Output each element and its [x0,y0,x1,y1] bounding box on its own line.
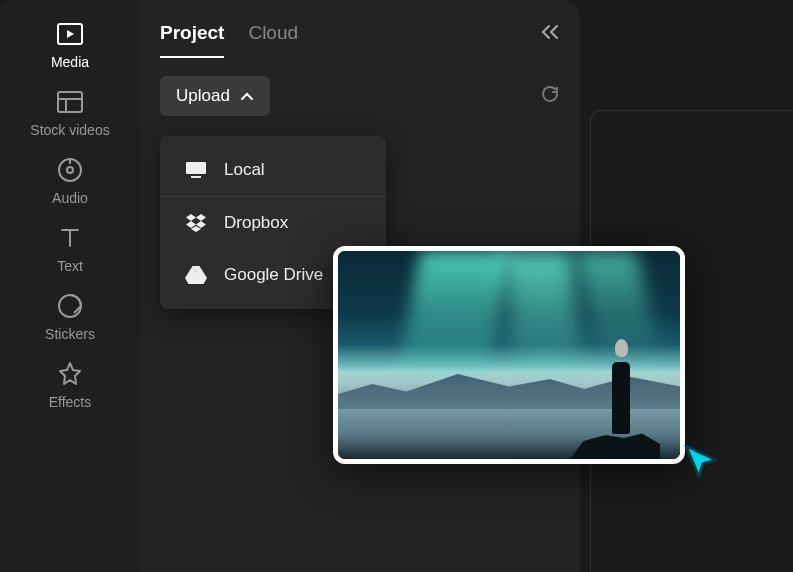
sidebar-item-media[interactable]: Media [0,20,140,70]
media-icon [56,20,84,48]
sidebar-item-text[interactable]: Text [0,224,140,274]
google-drive-icon [184,265,208,285]
dropdown-item-dropbox[interactable]: Dropbox [160,197,386,249]
stock-videos-icon [56,88,84,116]
svg-point-5 [67,167,73,173]
upload-button[interactable]: Upload [160,76,270,116]
chevron-up-icon [240,86,254,106]
text-icon [56,224,84,252]
sidebar-label: Media [51,54,89,70]
dropdown-label: Local [224,160,265,180]
dropdown-label: Google Drive [224,265,323,285]
stickers-icon [56,292,84,320]
cursor-icon [680,440,728,492]
sidebar-label: Stickers [45,326,95,342]
sidebar-item-stock-videos[interactable]: Stock videos [0,88,140,138]
sidebar-label: Text [57,258,83,274]
svg-rect-1 [58,92,82,112]
sidebar-label: Stock videos [30,122,109,138]
tab-project[interactable]: Project [160,22,224,58]
collapse-button[interactable] [540,24,560,56]
sidebar-item-audio[interactable]: Audio [0,156,140,206]
local-icon [184,161,208,179]
media-thumbnail[interactable] [333,246,685,464]
tool-sidebar: Media Stock videos Audio Text Stickers E… [0,0,140,572]
svg-rect-8 [186,162,206,174]
thumbnail-image [338,251,680,459]
sidebar-label: Effects [49,394,92,410]
dropdown-label: Dropbox [224,213,288,233]
panel-tabs: Project Cloud [140,0,580,58]
audio-icon [56,156,84,184]
tab-cloud[interactable]: Cloud [248,22,298,58]
sidebar-label: Audio [52,190,88,206]
dropbox-icon [184,213,208,233]
svg-rect-9 [191,176,201,178]
effects-icon [56,360,84,388]
sidebar-item-stickers[interactable]: Stickers [0,292,140,342]
tool-row: Upload [140,58,580,134]
refresh-button[interactable] [540,84,560,108]
upload-label: Upload [176,86,230,106]
dropdown-item-local[interactable]: Local [160,144,386,197]
sidebar-item-effects[interactable]: Effects [0,360,140,410]
